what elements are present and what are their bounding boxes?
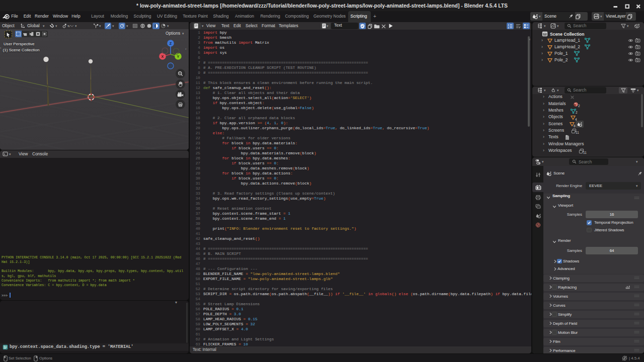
svg-text:Y: Y bbox=[177, 54, 180, 59]
svg-text:Z: Z bbox=[170, 41, 172, 46]
svg-text:X: X bbox=[162, 54, 164, 59]
